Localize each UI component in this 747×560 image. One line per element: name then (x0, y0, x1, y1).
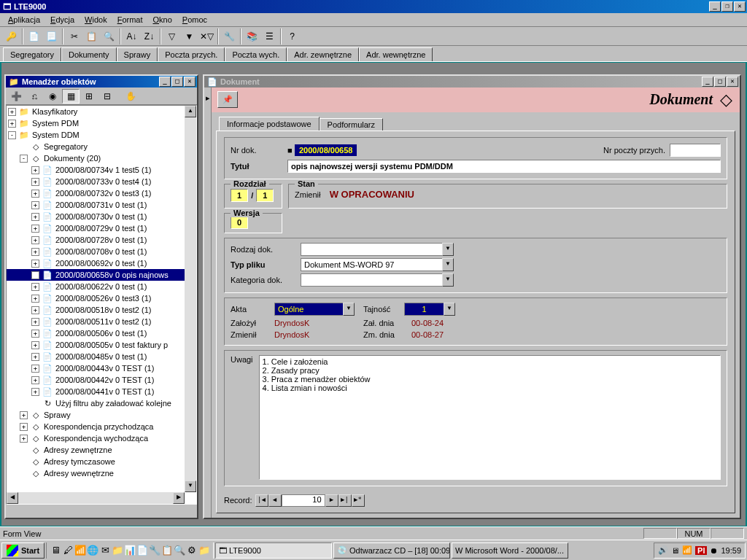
tree-item[interactable]: -◇Dokumenty (20) (7, 152, 185, 164)
menu-widok[interactable]: Widok (80, 14, 112, 26)
tree-item[interactable]: +📄2000/08/00729v 0 test (1) (7, 222, 185, 234)
tray-icon-1[interactable]: 🔊 (658, 545, 668, 555)
tree-item[interactable]: +📄2000/08/00441v 0 TEST (1) (7, 386, 185, 397)
tree-item[interactable]: +📄2000/08/00526v 0 test3 (1) (7, 292, 185, 304)
tree-item[interactable]: +◇Korespondencja przychodząca (7, 421, 185, 432)
list-icon[interactable]: ☰ (261, 28, 278, 44)
sort-asc-icon[interactable]: A↓ (123, 28, 140, 44)
book-icon[interactable]: 📚 (244, 28, 260, 44)
ql-icon-5[interactable]: ✉ (99, 545, 111, 556)
objmgr-close[interactable]: ✕ (184, 77, 196, 87)
ql-icon-12[interactable]: ⚙ (186, 545, 198, 556)
input-tytul[interactable]: opis najnowszej wersji systemu PDM/DDM (287, 160, 721, 173)
key-icon[interactable]: 🔑 (3, 28, 20, 44)
doc2-icon[interactable]: 📃 (43, 28, 60, 44)
tab-podformularz[interactable]: Podformularz (320, 118, 383, 131)
tree-item[interactable]: ◇Adresy wewnętrzne (7, 467, 185, 479)
tree-item[interactable]: +📄2000/08/00733v 0 test4 (1) (7, 176, 185, 187)
tray-icon-2[interactable]: 🖥 (671, 546, 679, 555)
tree-item[interactable]: +📄2000/08/00511v 0 test2 (1) (7, 316, 185, 327)
taskbar-task[interactable]: WMicrosoft Word - 2000/08/... (452, 542, 568, 559)
tree-item[interactable]: +◇Korespondencja wychodząca (7, 432, 185, 444)
textarea-uwagi[interactable]: 1. Cele i założenia 2. Zasady pracy 3. P… (259, 355, 721, 480)
sort-desc-icon[interactable]: Z↓ (141, 28, 158, 44)
ql-icon-10[interactable]: 📋 (161, 545, 173, 556)
chevron-down-icon[interactable]: ▼ (442, 258, 454, 271)
scroll-down-icon[interactable]: ▼ (185, 481, 196, 492)
tree-item[interactable]: +📄2000/08/00730v 0 test (1) (7, 211, 185, 222)
menu-edycja[interactable]: Edycja (45, 14, 80, 26)
scroll-right-icon[interactable]: ▶ (173, 492, 185, 504)
chevron-down-icon[interactable]: ▼ (343, 303, 355, 316)
tree-vscroll[interactable]: ▲ ▼ (185, 106, 196, 492)
input-nrpoczty[interactable] (670, 144, 721, 157)
tree-item[interactable]: ↻Użyj filtru aby załadować kolejne (7, 397, 185, 409)
tree-item[interactable]: +◇Sprawy (7, 409, 185, 421)
objmgr-btn4[interactable]: ▦ (62, 89, 80, 104)
doc-maximize[interactable]: □ (714, 77, 726, 87)
menu-okno[interactable]: Okno (148, 14, 177, 26)
tab-adr-zew[interactable]: Adr. zewnętrzne (287, 47, 359, 61)
ql-icon-4[interactable]: 🌐 (87, 545, 98, 556)
objmgr-btn6[interactable]: ⊟ (98, 89, 116, 104)
tree-item[interactable]: +📄2000/08/00622v 0 test (1) (7, 281, 185, 292)
objmgr-btn2[interactable]: ⎌ (26, 89, 43, 104)
tree-item[interactable]: ◇Segregatory (7, 141, 185, 152)
taskbar-task[interactable]: 💿Odtwarzacz CD – [18] 00:09 (333, 542, 450, 559)
tray-icon-4[interactable]: ⏺ (710, 546, 718, 555)
ql-icon-6[interactable]: 📁 (112, 545, 123, 556)
tab-sprawy[interactable]: Sprawy (117, 47, 158, 61)
start-button[interactable]: Start (1, 542, 44, 559)
tree-item[interactable]: +📄2000/08/00692v 0 test (1) (7, 257, 185, 269)
tree-item[interactable]: +📄2000/08/00506v 0 test (1) (7, 327, 185, 339)
filter2-icon[interactable]: ▼ (181, 28, 198, 44)
objmgr-btn3[interactable]: ◉ (44, 89, 61, 104)
objmgr-btn5[interactable]: ⊞ (80, 89, 98, 104)
help-icon[interactable]: ? (284, 28, 301, 44)
combo-kategoria[interactable]: ▼ (301, 273, 454, 287)
ql-icon-11[interactable]: 🔍 (174, 545, 185, 556)
tree-item[interactable]: +📄2000/08/00731v 0 test (1) (7, 199, 185, 211)
nav-new[interactable]: ▶* (352, 494, 365, 507)
tray-lang[interactable]: Pl (695, 546, 707, 555)
nav-next[interactable]: ▶ (325, 494, 338, 507)
doc-minimize[interactable]: _ (702, 77, 713, 87)
combo-akta[interactable]: Ogólne▼ (274, 303, 355, 316)
menu-pomoc[interactable]: Pomoc (177, 14, 212, 26)
ql-icon-1[interactable]: 🖥 (50, 545, 61, 556)
doc-sidebar-toggle[interactable]: ▸ (204, 88, 212, 518)
copy-icon[interactable]: 📋 (83, 28, 100, 44)
menu-format[interactable]: Format (112, 14, 148, 26)
tab-info-podst[interactable]: Informacje podstawowe (219, 117, 320, 131)
ql-icon-8[interactable]: 📄 (136, 545, 148, 556)
objmgr-minimize[interactable]: _ (159, 77, 171, 87)
filter-icon[interactable]: ▽ (163, 28, 180, 44)
tree-item[interactable]: +📄2000/08/00708v 0 test (1) (7, 246, 185, 257)
restore-button[interactable]: ❐ (721, 1, 733, 12)
taskbar-task[interactable]: 🗔LTE9000 (215, 542, 332, 559)
tree-item[interactable]: +📁System PDM (7, 117, 185, 129)
combo-typ[interactable]: Dokument MS-WORD 97▼ (301, 258, 454, 271)
ql-icon-7[interactable]: 📊 (124, 545, 136, 556)
scroll-up-icon[interactable]: ▲ (185, 106, 196, 117)
tree-item[interactable]: +📄2000/08/00505v 0 test faktury p (7, 339, 185, 351)
combo-tajnosc[interactable]: 1▼ (404, 303, 455, 316)
tree-item[interactable]: +📄2000/08/00443v 0 TEST (1) (7, 362, 185, 374)
tree-item[interactable]: +📄2000/08/00442v 0 TEST (1) (7, 374, 185, 386)
record-number[interactable]: 10 (282, 494, 325, 507)
filter-off-icon[interactable]: ✕▽ (198, 28, 215, 44)
tab-poczta-wych[interactable]: Poczta wych. (225, 47, 287, 61)
objmgr-btn1[interactable]: ➕ (7, 89, 25, 104)
chevron-down-icon[interactable]: ▼ (442, 243, 454, 256)
tree-item[interactable]: ◇Adresy zewnętrzne (7, 444, 185, 456)
tree-item[interactable]: +📄2000/08/00732v 0 test3 (1) (7, 187, 185, 199)
tray-icon-3[interactable]: 📶 (682, 545, 692, 555)
binoculars-icon[interactable]: 🔍 (101, 28, 117, 44)
minimize-button[interactable]: _ (709, 1, 721, 12)
tool-a-icon[interactable]: 🔧 (221, 28, 238, 44)
tab-dokumenty[interactable]: Dokumenty (61, 47, 117, 61)
tree-item[interactable]: +📄2000/08/00518v 0 test2 (1) (7, 304, 185, 316)
doc-header-btn[interactable]: 📌 (217, 91, 238, 108)
nav-first[interactable]: |◀ (255, 494, 268, 507)
combo-rodzaj[interactable]: ▼ (301, 243, 454, 256)
